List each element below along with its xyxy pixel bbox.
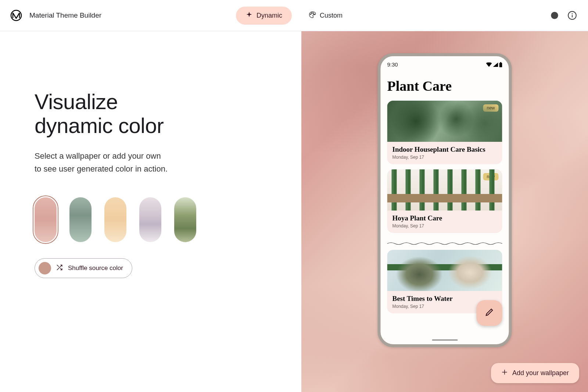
phone-content: Plant Care new Indoor Houseplant Care Ba… bbox=[381, 70, 509, 344]
logo-area: Material Theme Builder bbox=[10, 10, 101, 21]
card-title: Indoor Houseplant Care Basics bbox=[392, 145, 497, 154]
wallpaper-swatch-4[interactable] bbox=[139, 197, 161, 242]
shuffle-label: Shuffle source color bbox=[68, 265, 123, 272]
battery-icon bbox=[499, 62, 502, 67]
svg-point-2 bbox=[572, 13, 573, 14]
wallpaper-swatch-5[interactable] bbox=[174, 197, 196, 242]
new-badge: new bbox=[483, 173, 498, 180]
svg-rect-4 bbox=[499, 63, 502, 67]
phone-statusbar: 9:30 bbox=[381, 56, 509, 70]
hero-sub-line2: to see user generated color in action. bbox=[35, 164, 168, 173]
card-date: Monday, Sep 17 bbox=[392, 155, 497, 160]
signal-icon bbox=[493, 62, 498, 67]
wallpaper-swatches bbox=[35, 197, 301, 242]
card-image: new bbox=[387, 101, 502, 142]
hero-title-line1: Visualize bbox=[35, 90, 118, 114]
main: Visualize dynamic color Select a wallpap… bbox=[0, 31, 588, 392]
plus-icon bbox=[501, 369, 508, 377]
tabs: Dynamic Custom bbox=[236, 7, 352, 25]
tab-label: Custom bbox=[320, 12, 343, 19]
card-item[interactable]: new Hoya Plant Care Monday, Sep 17 bbox=[387, 169, 502, 233]
card-image bbox=[387, 250, 502, 291]
card-body: Hoya Plant Care Monday, Sep 17 bbox=[387, 211, 502, 233]
section-divider bbox=[387, 240, 502, 244]
pencil-icon bbox=[485, 308, 494, 319]
card-body: Indoor Houseplant Care Basics Monday, Se… bbox=[387, 142, 502, 164]
wifi-icon bbox=[486, 62, 492, 67]
status-icons bbox=[486, 62, 502, 67]
hero-sub-line1: Select a wallpaper or add your own bbox=[35, 151, 161, 161]
app-title: Material Theme Builder bbox=[29, 11, 101, 19]
phone-app-title: Plant Care bbox=[387, 78, 502, 94]
phone-preview: 9:30 Plant Care new Indoor Houseplant bbox=[378, 53, 512, 347]
palette-icon bbox=[309, 11, 316, 20]
preview-panel: 9:30 Plant Care new Indoor Houseplant bbox=[301, 31, 588, 392]
shuffle-icon bbox=[56, 264, 63, 273]
tab-dynamic[interactable]: Dynamic bbox=[236, 7, 292, 25]
tab-custom[interactable]: Custom bbox=[299, 7, 352, 25]
hero-subtitle: Select a wallpaper or add your own to se… bbox=[35, 150, 301, 175]
wallpaper-swatch-1[interactable] bbox=[35, 197, 57, 242]
hero-title: Visualize dynamic color bbox=[35, 90, 301, 138]
wallpaper-swatch-2[interactable] bbox=[69, 197, 92, 242]
theme-toggle-icon[interactable] bbox=[549, 10, 560, 21]
wallpaper-swatch-3[interactable] bbox=[104, 197, 126, 242]
card-item[interactable]: new Indoor Houseplant Care Basics Monday… bbox=[387, 101, 502, 164]
sparkle-icon bbox=[245, 11, 253, 20]
add-wallpaper-label: Add your wallpaper bbox=[512, 369, 569, 377]
card-date: Monday, Sep 17 bbox=[392, 223, 497, 229]
add-wallpaper-button[interactable]: Add your wallpaper bbox=[491, 363, 579, 383]
source-color-swatch bbox=[39, 262, 51, 274]
status-time: 9:30 bbox=[387, 61, 398, 68]
edit-fab[interactable] bbox=[477, 300, 502, 326]
card-image: new bbox=[387, 169, 502, 211]
shuffle-source-color-button[interactable]: Shuffle source color bbox=[35, 258, 132, 278]
card-list: new Indoor Houseplant Care Basics Monday… bbox=[387, 101, 502, 313]
hero-title-line2: dynamic color bbox=[35, 114, 164, 137]
info-icon[interactable] bbox=[567, 10, 578, 21]
new-badge: new bbox=[483, 104, 498, 112]
card-title: Hoya Plant Care bbox=[392, 214, 497, 222]
svg-rect-3 bbox=[572, 15, 573, 17]
home-indicator bbox=[432, 339, 458, 341]
header-actions bbox=[549, 10, 578, 21]
svg-rect-5 bbox=[500, 62, 501, 63]
header: Material Theme Builder Dynamic Custom bbox=[0, 0, 588, 31]
tab-label: Dynamic bbox=[257, 12, 282, 19]
material-logo-icon bbox=[10, 10, 22, 21]
left-panel: Visualize dynamic color Select a wallpap… bbox=[0, 31, 301, 392]
